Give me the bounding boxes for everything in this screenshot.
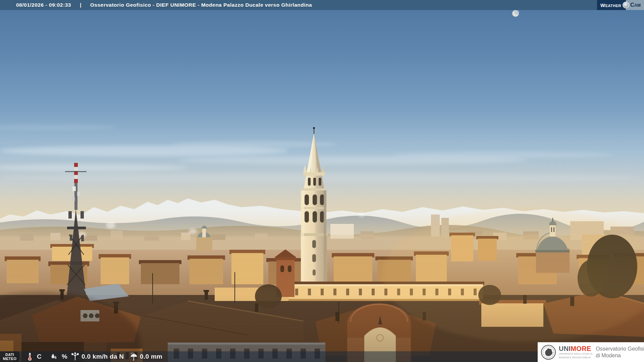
droplets-icon (51, 353, 57, 360)
camera-title: Osservatorio Geofisico - DIEF UNIMORE - … (90, 2, 312, 8)
top-status-bar: 08/01/2026 - 09:02:33 | Osservatorio Geo… (0, 0, 644, 10)
unimore-seal-icon (541, 345, 556, 360)
humidity-readout: % (51, 351, 67, 362)
weathercam-word1: Weather (597, 0, 626, 10)
unimore-uni: UNI (559, 345, 571, 352)
wind-readout: 0.0 km/h da N (71, 351, 124, 362)
observatory-name: Osservatorio Geofisico di Modena (596, 346, 644, 359)
anemometer-icon (71, 352, 79, 361)
thermometer-icon (28, 352, 32, 361)
meteo-badge: DATI METEO (0, 351, 19, 362)
rain-value: 0.0 mm (140, 353, 162, 360)
temperature-readout: C (28, 351, 42, 362)
humidity-unit: % (62, 353, 67, 360)
light-overlays (0, 188, 644, 362)
observatory-name-line1: Osservatorio Geofisico (596, 346, 644, 352)
unimore-logo[interactable]: UNIMORE UNIVERSITÀ DEGLI STUDI DI MODENA… (538, 342, 644, 362)
observatory-name-line2: di Modena (596, 352, 644, 359)
unimore-more: MORE (571, 345, 591, 352)
camera-lens-icon (623, 2, 629, 8)
meteo-badge-line2: METEO (3, 357, 17, 361)
unimore-tagline-line2: MODENA E REGGIO EMILIA (559, 356, 592, 359)
umbrella-icon (130, 353, 138, 361)
unimore-tagline-line1: UNIVERSITÀ DEGLI STUDI DI (559, 353, 592, 356)
separator: | (80, 2, 82, 8)
weathercam-logo[interactable]: Weather Cam (597, 0, 644, 10)
weathercam-word2: Cam (626, 0, 644, 10)
unimore-wordmark: UNIMORE UNIVERSITÀ DEGLI STUDI DI MODENA… (559, 345, 592, 359)
temperature-unit: C (37, 353, 42, 360)
city-photo (0, 0, 644, 362)
rain-readout: 0.0 mm (130, 351, 162, 362)
meteo-badge-line1: DATI (5, 353, 14, 357)
datetime-label: 08/01/2026 - 09:02:33 (16, 2, 71, 8)
webcam-view: 08/01/2026 - 09:02:33 | Osservatorio Geo… (0, 0, 644, 362)
wind-value: 0.0 km/h da N (82, 353, 124, 360)
